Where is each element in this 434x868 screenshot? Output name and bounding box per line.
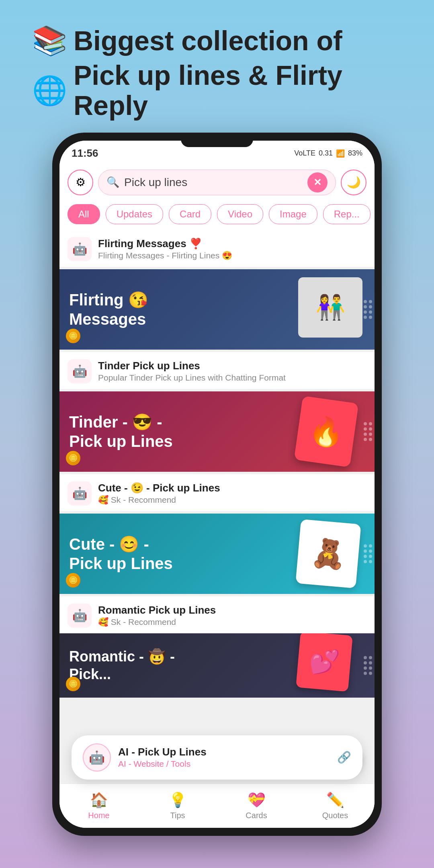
- category-item-romantic[interactable]: 🤖 Romantic Pick up Lines 🥰 Sk - Recommen…: [59, 596, 375, 633]
- grid-dots-romantic: [364, 656, 372, 675]
- dot: [369, 315, 372, 319]
- bot-icon-flirting: 🤖: [68, 237, 92, 261]
- dot: [369, 310, 372, 313]
- flirting-subtitle: Flirting Messages - Flirting Lines 😍: [98, 251, 366, 260]
- dot: [369, 656, 372, 659]
- filter-chip-updates[interactable]: Updates: [106, 204, 163, 224]
- dot: [364, 671, 367, 675]
- filter-chip-video[interactable]: Video: [217, 204, 263, 224]
- cute-banner-title: Cute - 😊 - Pick up Lines: [69, 534, 289, 573]
- cute-info: Cute - 😉 - Pick up Lines 🥰 Sk - Recommen…: [98, 482, 366, 505]
- header-text-2: Pick up lines & Flirty Reply: [74, 60, 402, 121]
- filter-row: All Updates Card Video Image Rep...: [59, 200, 375, 230]
- dot: [369, 549, 372, 553]
- ai-popup[interactable]: 🤖 AI - Pick Up Lines AI - Website / Tool…: [72, 735, 362, 780]
- nav-label-cards: Cards: [246, 811, 267, 820]
- cute-banner-image: 🧸: [298, 522, 366, 586]
- dot: [364, 300, 367, 303]
- category-item-tinder[interactable]: 🤖 Tinder Pick up Lines Popular Tinder Pi…: [59, 352, 375, 389]
- dot: [364, 427, 367, 430]
- cute-title: Cute - 😉 - Pick up Lines: [98, 482, 366, 494]
- theme-toggle-button[interactable]: 🌙: [341, 170, 366, 195]
- romantic-subtitle: 🥰 Sk - Recommend: [98, 617, 366, 627]
- romantic-banner-text: Romantic - 🤠 - Pick...: [59, 648, 298, 682]
- globe-emoji: 🌐: [32, 74, 67, 107]
- filter-chip-image[interactable]: Image: [269, 204, 317, 224]
- tinder-info: Tinder Pick up Lines Popular Tinder Pick…: [98, 360, 366, 383]
- status-icons: VoLTE 0.31 📶 83%: [294, 149, 362, 158]
- quotes-icon: ✏️: [326, 792, 344, 809]
- cute-card: 🧸: [295, 519, 361, 588]
- search-row: ⚙ 🔍 Pick up lines ✕ 🌙: [68, 170, 366, 195]
- header-line-2: 🌐 Pick up lines & Flirty Reply: [32, 60, 402, 121]
- tinder-header: 🤖 Tinder Pick up Lines Popular Tinder Pi…: [59, 352, 375, 389]
- romantic-banner[interactable]: Romantic - 🤠 - Pick... 💕: [59, 633, 375, 698]
- nav-label-tips: Tips: [170, 811, 185, 820]
- tinder-card: 🔥: [294, 396, 359, 467]
- cute-banner[interactable]: Cute - 😊 - Pick up Lines 🧸: [59, 514, 375, 594]
- couple-image: 👫: [298, 277, 362, 338]
- bot-icon-tinder: 🤖: [68, 359, 92, 383]
- grid-dots-cute: [364, 544, 372, 563]
- dot: [364, 305, 367, 308]
- wifi-icon: 📶: [336, 149, 345, 158]
- signal-icon: 0.31: [319, 149, 333, 158]
- dot: [369, 422, 372, 425]
- coin-badge-tinder: 🪙: [66, 451, 80, 465]
- cute-subtitle: 🥰 Sk - Recommend: [98, 495, 366, 505]
- dot: [369, 300, 372, 303]
- external-link-icon[interactable]: 🔗: [337, 751, 351, 764]
- tinder-banner-title: Tinder - 😎 - Pick up Lines: [69, 412, 289, 451]
- nav-item-home[interactable]: 🏠 Home: [59, 792, 138, 820]
- flirting-banner[interactable]: Flirting 😘 Messages 👫 🪙: [59, 269, 375, 350]
- dot: [364, 656, 367, 659]
- header-line-1: 📚 Biggest collection of: [32, 24, 402, 57]
- grid-dots-flirting: [364, 300, 372, 319]
- tinder-banner-image: 🔥: [298, 399, 366, 464]
- dot: [369, 661, 372, 664]
- nav-label-home: Home: [88, 811, 109, 820]
- ai-icon-circle: 🤖: [83, 743, 111, 772]
- dot: [369, 544, 372, 547]
- robot-icon: 🤖: [89, 750, 105, 765]
- filter-card-label: Card: [180, 209, 201, 219]
- clear-button[interactable]: ✕: [307, 172, 328, 192]
- search-input[interactable]: Pick up lines: [124, 176, 303, 189]
- coin-badge-flirting: 🪙: [66, 329, 80, 343]
- dot: [369, 432, 372, 436]
- settings-button[interactable]: ⚙: [68, 170, 93, 195]
- nav-item-quotes[interactable]: ✏️ Quotes: [296, 792, 375, 820]
- dot: [364, 438, 367, 441]
- phone-notch: [181, 133, 253, 147]
- tinder-title: Tinder Pick up Lines: [98, 360, 366, 372]
- dot: [369, 427, 372, 430]
- flirting-header: 🤖 Flirting Messages ❣️ Flirting Messages…: [59, 230, 375, 267]
- category-item-cute[interactable]: 🤖 Cute - 😉 - Pick up Lines 🥰 Sk - Recomm…: [59, 474, 375, 511]
- cute-header: 🤖 Cute - 😉 - Pick up Lines 🥰 Sk - Recomm…: [59, 474, 375, 511]
- bot-icon-cute: 🤖: [68, 481, 92, 506]
- ai-subtitle: AI - Website / Tools: [118, 759, 330, 769]
- cute-banner-text: Cute - 😊 - Pick up Lines: [59, 534, 298, 573]
- app-header: 📚 Biggest collection of 🌐 Pick up lines …: [0, 0, 434, 133]
- flirting-banner-text: Flirting 😘 Messages: [59, 290, 298, 329]
- grid-dots-tinder: [364, 422, 372, 441]
- flame-icon: 🔥: [307, 413, 346, 450]
- romantic-info: Romantic Pick up Lines 🥰 Sk - Recommend: [98, 604, 366, 627]
- filter-chip-card[interactable]: Card: [169, 204, 211, 224]
- nav-item-cards[interactable]: 💝 Cards: [217, 792, 296, 820]
- nav-item-tips[interactable]: 💡 Tips: [138, 792, 217, 820]
- romantic-header: 🤖 Romantic Pick up Lines 🥰 Sk - Recommen…: [59, 596, 375, 633]
- filter-image-label: Image: [280, 209, 307, 219]
- content-scroll: 🤖 Flirting Messages ❣️ Flirting Messages…: [59, 230, 375, 784]
- search-input-wrap[interactable]: 🔍 Pick up lines ✕: [98, 170, 336, 195]
- filter-chip-all[interactable]: All: [68, 204, 100, 224]
- ai-title: AI - Pick Up Lines: [118, 746, 330, 758]
- coin-badge-romantic: 🪙: [66, 677, 80, 691]
- coin-badge-cute: 🪙: [66, 573, 80, 588]
- tinder-banner[interactable]: Tinder - 😎 - Pick up Lines 🔥: [59, 391, 375, 472]
- filter-chip-rep[interactable]: Rep...: [323, 204, 371, 224]
- dot: [364, 560, 367, 563]
- dot: [369, 438, 372, 441]
- category-item-flirting[interactable]: 🤖 Flirting Messages ❣️ Flirting Messages…: [59, 230, 375, 267]
- phone-frame: 11:56 VoLTE 0.31 📶 83% ⚙ 🔍 Pick up lines…: [52, 133, 382, 836]
